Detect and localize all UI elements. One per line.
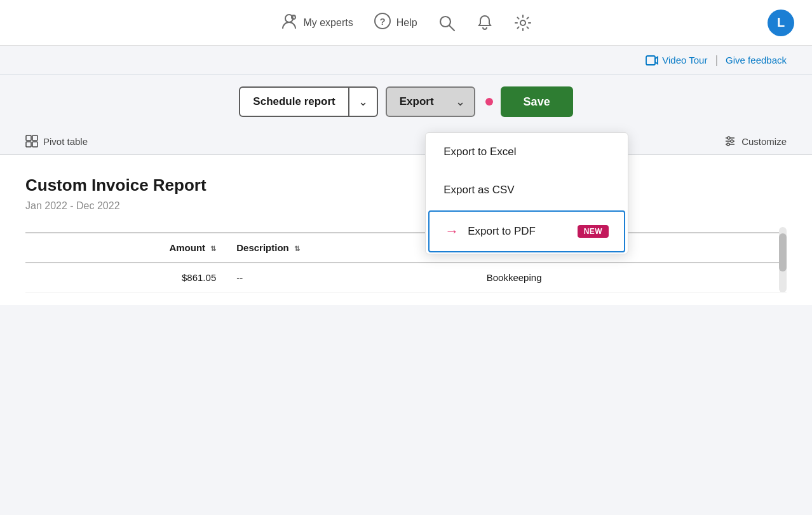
sub-header-divider: | [715,53,718,67]
svg-point-16 [727,137,730,139]
settings-nav[interactable] [514,14,532,32]
table-row: $861.05 -- Bookkeeping [25,263,787,292]
toolbar: Schedule report ⌄ Export ⌄ Export to Exc… [0,75,812,128]
amount-column-header[interactable]: Amount ⇅ [25,233,226,263]
unsaved-changes-indicator [485,98,493,106]
svg-rect-9 [26,135,31,141]
product-service-cell: Bookkeeping [477,263,787,292]
svg-text:?: ? [379,16,385,27]
search-icon [438,14,456,32]
export-caret-icon[interactable]: ⌄ [447,88,474,116]
export-excel-item[interactable]: Export to Excel [426,133,628,171]
help-nav[interactable]: ? Help [374,12,417,34]
table-header-row: Amount ⇅ Description ⇅ Product/Service ⇅ [25,233,787,263]
notifications-nav[interactable] [476,14,494,32]
schedule-report-button[interactable]: Schedule report ⌄ [239,86,377,117]
svg-point-18 [727,143,729,146]
table-scroll-container: Amount ⇅ Description ⇅ Product/Service ⇅… [25,227,787,292]
svg-point-17 [731,140,733,142]
sub-header: Video Tour | Give feedback [0,46,812,75]
schedule-report-caret-icon[interactable]: ⌄ [348,88,377,116]
new-badge: NEW [578,225,609,238]
report-content: Custom Invoice Report Jan 2022 - Dec 202… [0,154,812,305]
video-tour-icon [646,55,658,65]
pivot-icon [25,135,38,148]
pivot-table-button[interactable]: Pivot table [25,135,88,148]
report-period: Jan 2022 - Dec 2022 [25,200,787,212]
export-button[interactable]: Export ⌄ [386,86,475,117]
schedule-report-label: Schedule report [240,95,348,108]
export-excel-label: Export to Excel [443,146,516,158]
scroll-bar[interactable] [779,227,787,292]
customize-icon [724,135,736,148]
video-tour-link[interactable]: Video Tour [646,55,707,65]
give-feedback-link[interactable]: Give feedback [726,55,787,65]
export-label: Export [387,95,447,108]
help-label: Help [396,17,417,29]
bell-icon [476,14,494,32]
customize-button[interactable]: Customize [724,135,787,148]
svg-line-6 [449,25,454,31]
help-icon: ? [374,12,391,34]
svg-rect-10 [32,142,37,147]
arrow-indicator-icon: → [445,223,459,240]
export-dropdown: Export to Excel Export as CSV → Export t… [425,132,628,254]
report-toolbar: Pivot table Customize [0,128,812,154]
svg-rect-11 [32,135,37,141]
svg-rect-12 [26,142,31,147]
export-csv-item[interactable]: Export as CSV [426,171,628,209]
my-experts-label: My experts [303,17,353,29]
report-table: Amount ⇅ Description ⇅ Product/Service ⇅… [25,232,787,292]
amount-sort-icon: ⇅ [210,245,216,252]
video-tour-label: Video Tour [662,55,707,65]
save-button[interactable]: Save [501,86,573,117]
svg-text:★: ★ [292,15,295,19]
export-pdf-item[interactable]: → Export to PDF NEW [428,210,625,252]
customize-label: Customize [741,136,787,147]
export-pdf-label: Export to PDF [468,225,536,238]
search-nav[interactable] [438,14,456,32]
give-feedback-label: Give feedback [726,55,787,65]
top-nav: ★ My experts ? Help L [0,0,812,46]
pivot-table-label: Pivot table [43,136,88,147]
report-title: Custom Invoice Report [25,175,787,195]
avatar[interactable]: L [768,10,794,36]
svg-point-7 [520,20,525,25]
svg-rect-8 [646,56,655,65]
my-experts-icon: ★ [280,12,298,34]
my-experts-nav[interactable]: ★ My experts [280,12,353,34]
scroll-thumb[interactable] [779,233,787,271]
description-cell: -- [226,263,477,292]
description-sort-icon: ⇅ [294,245,300,252]
export-csv-label: Export as CSV [443,184,515,196]
gear-icon [514,14,532,32]
amount-cell: $861.05 [25,263,226,292]
amount-header-label: Amount [169,242,205,253]
description-header-label: Description [236,242,289,253]
